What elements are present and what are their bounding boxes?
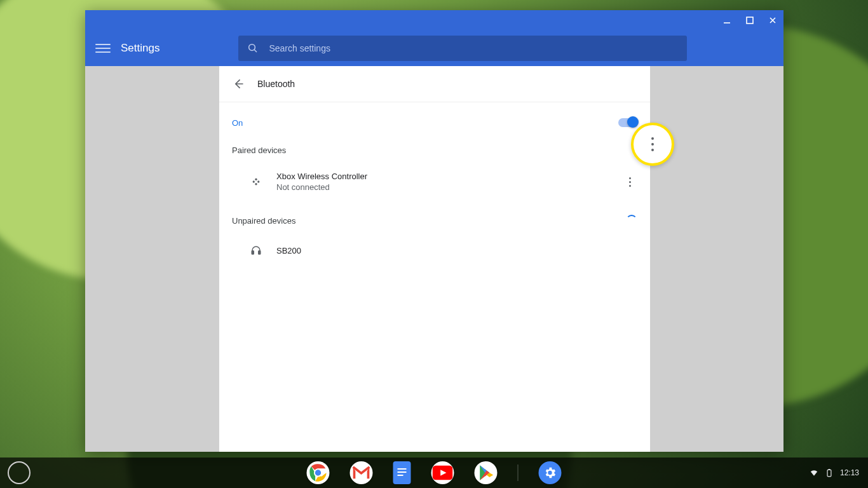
device-name: SB200 xyxy=(276,246,301,255)
search-input[interactable] xyxy=(268,43,678,54)
window-minimize-button[interactable] xyxy=(721,15,733,26)
svg-rect-0 xyxy=(747,17,753,24)
app-toolbar: Settings xyxy=(85,30,783,66)
annotation-highlight xyxy=(631,123,674,166)
app-gmail[interactable] xyxy=(350,461,373,484)
window-maximize-button[interactable] xyxy=(744,15,756,26)
svg-rect-16 xyxy=(398,468,407,470)
paired-device-row[interactable]: Xbox Wireless Controller Not connected xyxy=(219,164,650,200)
shelf: 12:13 xyxy=(0,458,868,488)
svg-rect-18 xyxy=(398,475,403,476)
svg-rect-20 xyxy=(827,470,831,477)
bluetooth-status-row: On xyxy=(219,102,650,143)
unpaired-section-header: Unpaired devices xyxy=(219,200,650,233)
menu-icon[interactable] xyxy=(95,41,111,56)
launcher-button[interactable] xyxy=(8,461,31,484)
svg-point-4 xyxy=(253,180,255,182)
status-tray[interactable]: 12:13 xyxy=(810,468,859,477)
device-name: Xbox Wireless Controller xyxy=(276,172,367,181)
svg-rect-6 xyxy=(252,251,254,254)
svg-point-2 xyxy=(255,179,257,180)
svg-point-1 xyxy=(249,44,255,51)
more-vert-icon xyxy=(629,177,631,187)
svg-point-5 xyxy=(257,180,259,182)
bluetooth-status-label: On xyxy=(232,118,243,128)
window-close-button[interactable] xyxy=(767,15,778,26)
app-settings[interactable] xyxy=(539,461,562,484)
search-box[interactable] xyxy=(238,36,687,61)
app-youtube[interactable] xyxy=(431,461,454,484)
bluetooth-toggle[interactable] xyxy=(618,118,637,127)
device-status: Not connected xyxy=(276,182,367,192)
wifi-icon xyxy=(810,468,818,477)
shelf-apps xyxy=(307,461,562,484)
toggle-knob xyxy=(627,116,639,128)
settings-panel: Bluetooth On Paired devices Xbox Wireles… xyxy=(219,66,651,452)
back-arrow-icon[interactable] xyxy=(232,78,245,90)
scanning-spinner-icon xyxy=(626,215,637,226)
svg-rect-7 xyxy=(259,251,261,254)
app-chrome[interactable] xyxy=(307,461,330,484)
more-vert-icon xyxy=(651,137,654,151)
svg-point-3 xyxy=(255,183,257,185)
unpaired-device-row[interactable]: SB200 xyxy=(219,233,650,268)
window-titlebar xyxy=(85,10,783,30)
search-icon xyxy=(247,43,259,54)
svg-rect-21 xyxy=(829,469,830,470)
panel-header: Bluetooth xyxy=(219,66,650,102)
paired-section-label: Paired devices xyxy=(219,143,650,164)
device-more-button[interactable] xyxy=(622,174,637,189)
unpaired-section-label: Unpaired devices xyxy=(232,216,295,226)
svg-rect-17 xyxy=(398,471,407,473)
headphones-icon xyxy=(250,244,262,257)
settings-window: Settings Bluetooth On Paired xyxy=(85,10,783,452)
shelf-separator xyxy=(518,464,519,481)
page-title: Bluetooth xyxy=(257,79,295,89)
app-body: Bluetooth On Paired devices Xbox Wireles… xyxy=(85,66,783,452)
battery-icon xyxy=(825,468,834,477)
svg-point-12 xyxy=(315,470,321,476)
app-title: Settings xyxy=(121,42,159,55)
gamepad-icon xyxy=(250,175,262,188)
clock: 12:13 xyxy=(840,468,859,477)
app-play-store[interactable] xyxy=(475,461,498,484)
app-docs[interactable] xyxy=(393,461,411,484)
